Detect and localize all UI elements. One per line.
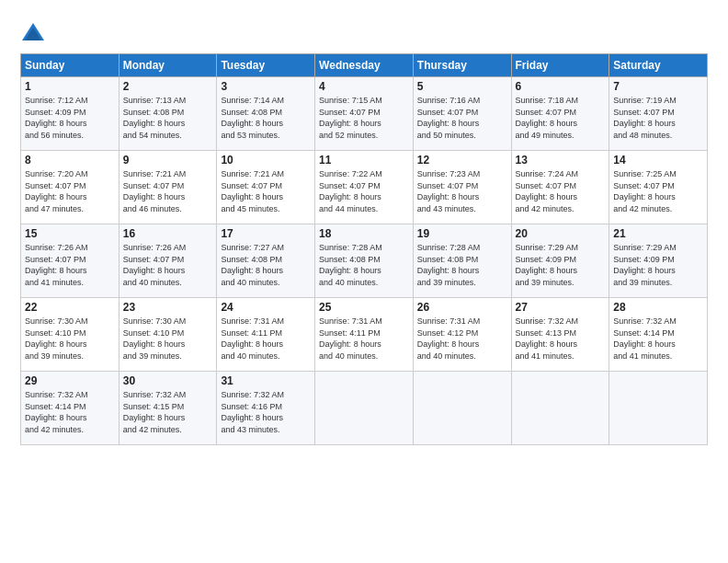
day-info: Sunrise: 7:28 AM Sunset: 4:08 PM Dayligh… xyxy=(319,242,409,288)
calendar-cell: 18Sunrise: 7:28 AM Sunset: 4:08 PM Dayli… xyxy=(315,224,414,298)
day-info: Sunrise: 7:32 AM Sunset: 4:14 PM Dayligh… xyxy=(25,389,115,435)
day-info: Sunrise: 7:16 AM Sunset: 4:07 PM Dayligh… xyxy=(417,95,507,141)
day-number: 9 xyxy=(123,154,213,167)
calendar-cell: 25Sunrise: 7:31 AM Sunset: 4:11 PM Dayli… xyxy=(315,298,414,372)
day-info: Sunrise: 7:29 AM Sunset: 4:09 PM Dayligh… xyxy=(516,242,606,288)
calendar-cell: 13Sunrise: 7:24 AM Sunset: 4:07 PM Dayli… xyxy=(511,151,609,224)
day-number: 20 xyxy=(516,227,606,240)
calendar-cell: 21Sunrise: 7:29 AM Sunset: 4:09 PM Dayli… xyxy=(609,224,708,298)
day-number: 24 xyxy=(221,301,311,314)
calendar-header-friday: Friday xyxy=(511,54,609,77)
day-info: Sunrise: 7:15 AM Sunset: 4:07 PM Dayligh… xyxy=(319,95,409,141)
calendar-header-monday: Monday xyxy=(119,54,217,77)
calendar-cell: 23Sunrise: 7:30 AM Sunset: 4:10 PM Dayli… xyxy=(119,298,217,372)
day-info: Sunrise: 7:14 AM Sunset: 4:08 PM Dayligh… xyxy=(221,95,311,141)
day-number: 25 xyxy=(319,301,409,314)
day-number: 7 xyxy=(613,80,703,93)
day-info: Sunrise: 7:18 AM Sunset: 4:07 PM Dayligh… xyxy=(516,95,606,141)
day-info: Sunrise: 7:32 AM Sunset: 4:15 PM Dayligh… xyxy=(123,389,213,435)
day-number: 18 xyxy=(319,227,409,240)
calendar-cell: 11Sunrise: 7:22 AM Sunset: 4:07 PM Dayli… xyxy=(315,151,414,224)
calendar-week-row: 29Sunrise: 7:32 AM Sunset: 4:14 PM Dayli… xyxy=(21,372,708,445)
calendar-cell: 26Sunrise: 7:31 AM Sunset: 4:12 PM Dayli… xyxy=(413,298,511,372)
calendar-cell: 3Sunrise: 7:14 AM Sunset: 4:08 PM Daylig… xyxy=(217,77,315,151)
calendar-header-saturday: Saturday xyxy=(609,54,708,77)
day-number: 1 xyxy=(25,80,115,93)
day-number: 19 xyxy=(417,227,507,240)
calendar-cell: 29Sunrise: 7:32 AM Sunset: 4:14 PM Dayli… xyxy=(21,372,119,445)
day-info: Sunrise: 7:31 AM Sunset: 4:12 PM Dayligh… xyxy=(417,316,507,362)
calendar-cell xyxy=(413,372,511,445)
day-number: 10 xyxy=(221,154,311,167)
day-info: Sunrise: 7:21 AM Sunset: 4:07 PM Dayligh… xyxy=(123,168,213,214)
calendar-cell: 31Sunrise: 7:32 AM Sunset: 4:16 PM Dayli… xyxy=(217,372,315,445)
calendar-cell: 7Sunrise: 7:19 AM Sunset: 4:07 PM Daylig… xyxy=(609,77,708,151)
calendar-cell: 20Sunrise: 7:29 AM Sunset: 4:09 PM Dayli… xyxy=(511,224,609,298)
day-number: 29 xyxy=(25,374,115,387)
day-info: Sunrise: 7:23 AM Sunset: 4:07 PM Dayligh… xyxy=(417,168,507,214)
calendar-cell: 12Sunrise: 7:23 AM Sunset: 4:07 PM Dayli… xyxy=(413,151,511,224)
day-info: Sunrise: 7:25 AM Sunset: 4:07 PM Dayligh… xyxy=(613,168,703,214)
calendar-cell: 9Sunrise: 7:21 AM Sunset: 4:07 PM Daylig… xyxy=(119,151,217,224)
day-number: 4 xyxy=(319,80,409,93)
calendar-cell: 8Sunrise: 7:20 AM Sunset: 4:07 PM Daylig… xyxy=(21,151,119,224)
calendar-cell xyxy=(609,372,708,445)
day-number: 22 xyxy=(25,301,115,314)
day-number: 11 xyxy=(319,154,409,167)
calendar-cell: 1Sunrise: 7:12 AM Sunset: 4:09 PM Daylig… xyxy=(21,77,119,151)
calendar-cell: 24Sunrise: 7:31 AM Sunset: 4:11 PM Dayli… xyxy=(217,298,315,372)
calendar-cell: 2Sunrise: 7:13 AM Sunset: 4:08 PM Daylig… xyxy=(119,77,217,151)
calendar-cell: 6Sunrise: 7:18 AM Sunset: 4:07 PM Daylig… xyxy=(511,77,609,151)
day-info: Sunrise: 7:32 AM Sunset: 4:14 PM Dayligh… xyxy=(613,316,703,362)
day-info: Sunrise: 7:32 AM Sunset: 4:13 PM Dayligh… xyxy=(516,316,606,362)
header xyxy=(20,17,708,46)
calendar-week-row: 15Sunrise: 7:26 AM Sunset: 4:07 PM Dayli… xyxy=(21,224,708,298)
day-number: 13 xyxy=(516,154,606,167)
calendar-cell: 15Sunrise: 7:26 AM Sunset: 4:07 PM Dayli… xyxy=(21,224,119,298)
day-number: 26 xyxy=(417,301,507,314)
day-number: 21 xyxy=(613,227,703,240)
day-info: Sunrise: 7:24 AM Sunset: 4:07 PM Dayligh… xyxy=(516,168,606,214)
calendar-header-tuesday: Tuesday xyxy=(217,54,315,77)
day-number: 14 xyxy=(613,154,703,167)
day-info: Sunrise: 7:32 AM Sunset: 4:16 PM Dayligh… xyxy=(221,389,311,435)
day-number: 17 xyxy=(221,227,311,240)
calendar-cell xyxy=(511,372,609,445)
day-number: 30 xyxy=(123,374,213,387)
day-info: Sunrise: 7:30 AM Sunset: 4:10 PM Dayligh… xyxy=(123,316,213,362)
logo-icon xyxy=(20,20,46,46)
calendar-cell xyxy=(315,372,414,445)
day-number: 5 xyxy=(417,80,507,93)
day-number: 23 xyxy=(123,301,213,314)
calendar-table: SundayMondayTuesdayWednesdayThursdayFrid… xyxy=(20,53,708,445)
calendar-cell: 5Sunrise: 7:16 AM Sunset: 4:07 PM Daylig… xyxy=(413,77,511,151)
calendar-week-row: 8Sunrise: 7:20 AM Sunset: 4:07 PM Daylig… xyxy=(21,151,708,224)
calendar-cell: 14Sunrise: 7:25 AM Sunset: 4:07 PM Dayli… xyxy=(609,151,708,224)
day-info: Sunrise: 7:26 AM Sunset: 4:07 PM Dayligh… xyxy=(123,242,213,288)
day-number: 28 xyxy=(613,301,703,314)
day-info: Sunrise: 7:12 AM Sunset: 4:09 PM Dayligh… xyxy=(25,95,115,141)
logo xyxy=(20,20,50,46)
day-info: Sunrise: 7:26 AM Sunset: 4:07 PM Dayligh… xyxy=(25,242,115,288)
calendar-cell: 4Sunrise: 7:15 AM Sunset: 4:07 PM Daylig… xyxy=(315,77,414,151)
day-info: Sunrise: 7:31 AM Sunset: 4:11 PM Dayligh… xyxy=(221,316,311,362)
calendar-header-row: SundayMondayTuesdayWednesdayThursdayFrid… xyxy=(21,54,708,77)
day-info: Sunrise: 7:28 AM Sunset: 4:08 PM Dayligh… xyxy=(417,242,507,288)
day-number: 6 xyxy=(516,80,606,93)
calendar-week-row: 22Sunrise: 7:30 AM Sunset: 4:10 PM Dayli… xyxy=(21,298,708,372)
calendar-header-thursday: Thursday xyxy=(413,54,511,77)
day-info: Sunrise: 7:31 AM Sunset: 4:11 PM Dayligh… xyxy=(319,316,409,362)
day-number: 2 xyxy=(123,80,213,93)
calendar-cell: 22Sunrise: 7:30 AM Sunset: 4:10 PM Dayli… xyxy=(21,298,119,372)
day-info: Sunrise: 7:30 AM Sunset: 4:10 PM Dayligh… xyxy=(25,316,115,362)
calendar-cell: 27Sunrise: 7:32 AM Sunset: 4:13 PM Dayli… xyxy=(511,298,609,372)
day-number: 27 xyxy=(516,301,606,314)
day-number: 8 xyxy=(25,154,115,167)
day-number: 15 xyxy=(25,227,115,240)
day-info: Sunrise: 7:27 AM Sunset: 4:08 PM Dayligh… xyxy=(221,242,311,288)
day-info: Sunrise: 7:29 AM Sunset: 4:09 PM Dayligh… xyxy=(613,242,703,288)
day-number: 16 xyxy=(123,227,213,240)
calendar-cell: 17Sunrise: 7:27 AM Sunset: 4:08 PM Dayli… xyxy=(217,224,315,298)
calendar-cell: 19Sunrise: 7:28 AM Sunset: 4:08 PM Dayli… xyxy=(413,224,511,298)
calendar-page: SundayMondayTuesdayWednesdayThursdayFrid… xyxy=(0,0,728,563)
